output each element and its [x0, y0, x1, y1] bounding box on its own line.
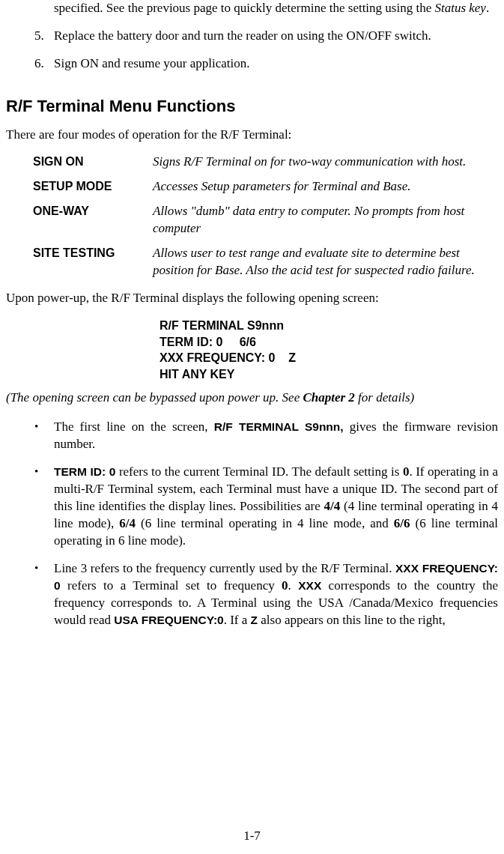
section-heading: R/F Terminal Menu Functions [6, 95, 498, 118]
opening-screen-block: R/F TERMINAL S9nnn TERM ID: 0 6/6 XXX FR… [160, 318, 498, 382]
screen-line-2: TERM ID: 0 6/6 [160, 336, 256, 348]
bypass-note: (The opening screen can be bypassed upon… [6, 390, 498, 407]
z-literal: Z [251, 614, 258, 626]
bullet-content: The first line on the screen, R/F TERMIN… [54, 419, 498, 453]
continuation-post: . [486, 1, 489, 15]
xxx-literal: XXX [298, 579, 321, 592]
zero-literal: 0 [282, 578, 288, 593]
usa-frequency-0-literal: USA FREQUENCY:0 [114, 614, 223, 626]
mode-desc: Allows "dumb" data entry to computer. No… [153, 203, 491, 237]
term-id-literal: TERM ID: 0 [54, 465, 115, 478]
modes-intro: There are four modes of operation for th… [6, 127, 498, 144]
continuation-pre: specified. See the previous page to quic… [54, 1, 434, 15]
bypass-pre: (The opening screen can be bypassed upon… [6, 390, 303, 405]
modes-table: SIGN ON Signs R/F Terminal on for two-wa… [33, 154, 491, 279]
status-key-literal: Status key [434, 1, 485, 15]
mode-name: SETUP MODE [33, 178, 153, 196]
bullet-marker-icon: • [34, 560, 54, 629]
ratio-6-6: 6/6 [394, 516, 410, 530]
bullet-content: TERM ID: 0 refers to the current Termina… [54, 464, 498, 550]
mode-name: ONE-WAY [33, 203, 153, 237]
bypass-post: for details) [355, 390, 414, 405]
powerup-intro: Upon power-up, the R/F Terminal displays… [6, 290, 498, 307]
bullet-marker-icon: • [34, 419, 54, 453]
bullet-list: • The first line on the screen, R/F TERM… [34, 419, 498, 629]
num-marker: 6. [34, 55, 54, 73]
mode-row-setup: SETUP MODE Accesses Setup parameters for… [33, 178, 491, 196]
numbered-item-5: 5. Replace the battery door and turn the… [34, 28, 498, 45]
rf-terminal-literal: R/F TERMINAL S9nnn, [214, 420, 344, 433]
numbered-item-6: 6. Sign ON and resume your application. [34, 55, 498, 73]
bullet-content: Line 3 refers to the frequency currently… [54, 560, 498, 629]
bullet-item-3: • Line 3 refers to the frequency current… [34, 560, 498, 629]
mode-name: SITE TESTING [33, 245, 153, 279]
screen-line-4: HIT ANY KEY [160, 368, 234, 381]
bypass-chapter: Chapter 2 [303, 390, 354, 405]
ratio-4-4: 4/4 [324, 499, 341, 513]
page-number: 1-7 [0, 828, 504, 845]
bullet-item-2: • TERM ID: 0 refers to the current Termi… [34, 464, 498, 550]
mode-desc: Allows user to test range and evaluate s… [153, 245, 491, 279]
num-content: Replace the battery door and turn the re… [54, 28, 498, 45]
screen-line-1: R/F TERMINAL S9nnn [160, 319, 284, 332]
mode-desc: Signs R/F Terminal on for two-way commun… [153, 154, 491, 171]
text: also appears on this line to the right, [258, 613, 446, 627]
mode-desc: Accesses Setup parameters for Terminal a… [153, 178, 491, 196]
text: refers to a Terminal set to frequency [61, 578, 282, 593]
text: . [288, 578, 299, 593]
text: The first line on the screen, [54, 420, 214, 434]
ratio-6-4: 6/4 [119, 516, 136, 530]
mode-name: SIGN ON [33, 154, 153, 171]
text: (6 line terminal operating in 4 line mod… [136, 516, 394, 530]
text: . If a [224, 613, 251, 627]
num-marker: 5. [34, 28, 54, 45]
bullet-item-1: • The first line on the screen, R/F TERM… [34, 419, 498, 453]
mode-row-sign-on: SIGN ON Signs R/F Terminal on for two-wa… [33, 154, 491, 171]
screen-line-3: XXX FREQUENCY: 0 Z [160, 351, 296, 364]
num-content: Sign ON and resume your application. [54, 55, 498, 73]
numbered-list: 5. Replace the battery door and turn the… [34, 28, 498, 73]
continuation-paragraph: specified. See the previous page to quic… [54, 0, 498, 17]
text: refers to the current Terminal ID. The d… [115, 464, 403, 479]
mode-row-one-way: ONE-WAY Allows "dumb" data entry to comp… [33, 203, 491, 237]
mode-row-site-testing: SITE TESTING Allows user to test range a… [33, 245, 491, 279]
bullet-marker-icon: • [34, 464, 54, 550]
text: Line 3 refers to the frequency currently… [54, 561, 395, 575]
